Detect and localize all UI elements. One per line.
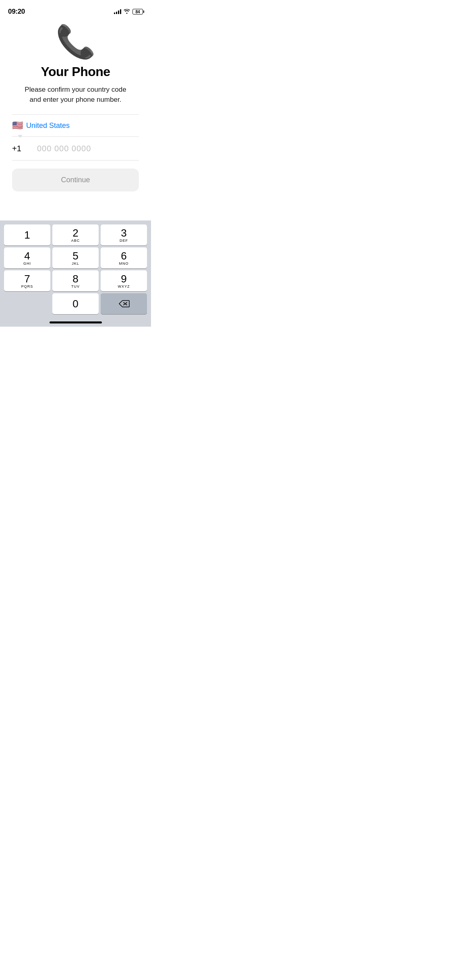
key-9[interactable]: 9 WXYZ [101, 270, 147, 291]
key-6[interactable]: 6 MNO [101, 247, 147, 268]
bottom-divider [12, 160, 139, 161]
key-2[interactable]: 2 ABC [52, 224, 99, 245]
keyboard-row-2: 4 GHI 5 JKL 6 MNO [2, 247, 149, 268]
status-time: 09:20 [8, 8, 25, 16]
status-bar: 09:20 84 [0, 0, 151, 18]
key-empty [4, 293, 50, 314]
delete-icon [118, 300, 130, 308]
country-selector[interactable]: 🇺🇸 United States [12, 115, 139, 136]
key-5[interactable]: 5 JKL [52, 247, 99, 268]
wifi-icon [124, 9, 130, 15]
keyboard-row-3: 7 PQRS 8 TUV 9 WXYZ [2, 270, 149, 291]
continue-button[interactable]: Continue [12, 169, 139, 191]
phone-input-row: +1 [12, 137, 139, 160]
key-4[interactable]: 4 GHI [4, 247, 50, 268]
key-delete[interactable] [101, 293, 147, 314]
page-title: Your Phone [41, 64, 110, 79]
signal-icon [114, 9, 121, 14]
keyboard-row-4: 0 [2, 293, 149, 314]
key-1[interactable]: 1 [4, 224, 50, 245]
country-divider [12, 136, 139, 137]
home-indicator [50, 321, 102, 323]
status-icons: 84 [114, 9, 143, 15]
chevron-down-icon [18, 135, 23, 138]
keyboard: 1 2 ABC 3 DEF 4 GHI 5 JKL 6 MNO 7 PQRS [0, 220, 151, 327]
main-content: 📞 Your Phone Please confirm your country… [0, 18, 151, 191]
page-subtitle: Please confirm your country codeand ente… [25, 85, 126, 105]
keyboard-row-1: 1 2 ABC 3 DEF [2, 224, 149, 245]
key-3[interactable]: 3 DEF [101, 224, 147, 245]
key-8[interactable]: 8 TUV [52, 270, 99, 291]
key-0[interactable]: 0 [52, 293, 99, 314]
country-flag: 🇺🇸 [12, 120, 23, 131]
country-code: +1 [12, 144, 32, 153]
battery-icon: 84 [132, 9, 143, 14]
country-name: United States [26, 121, 70, 130]
phone-number-input[interactable] [37, 144, 139, 153]
key-7[interactable]: 7 PQRS [4, 270, 50, 291]
phone-emoji: 📞 [56, 26, 96, 58]
